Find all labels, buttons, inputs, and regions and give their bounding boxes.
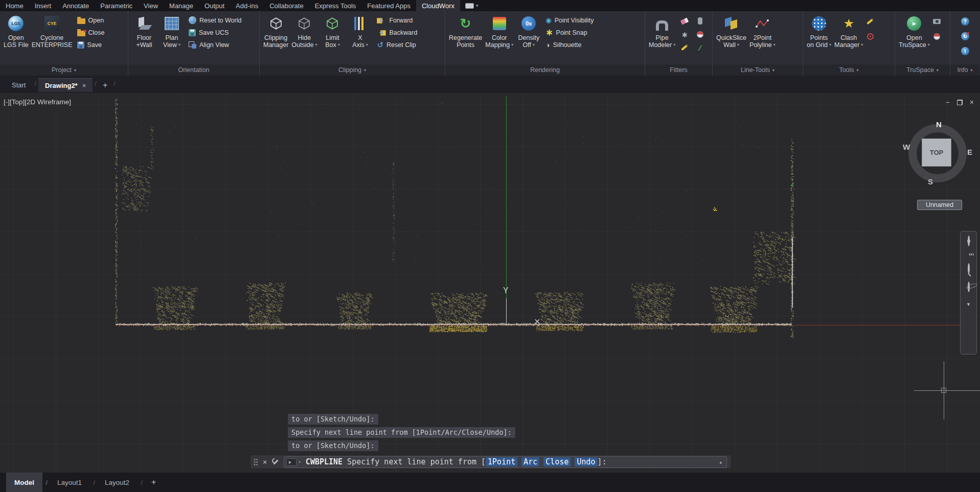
point-visibility-button[interactable]: ◉ Point Visibility	[545, 16, 594, 25]
recent-commands-button[interactable]	[286, 458, 297, 466]
panel-label-tools[interactable]: Tools ▾	[803, 64, 895, 76]
fit-pencil-button[interactable]	[679, 42, 690, 53]
command-input[interactable]: ▾ CWBPLINE Specify next line point from …	[284, 456, 727, 468]
full-navigation-wheel-icon[interactable]	[968, 237, 970, 246]
panel-label-project[interactable]: Project ▾	[0, 64, 128, 76]
floor-wall-button[interactable]: Floor +Wall	[130, 12, 158, 63]
truspace-sync-button[interactable]	[931, 31, 943, 41]
reset-clip-button[interactable]: ↺ Reset Clip	[377, 40, 417, 49]
panel-label-fitters[interactable]: Fitters	[645, 64, 712, 76]
menu-tab[interactable]: Collaborate	[264, 0, 309, 11]
viewcube-west[interactable]: W	[903, 143, 910, 151]
truspace-camera-button[interactable]	[931, 16, 943, 27]
restore-window-icon[interactable]	[957, 100, 963, 105]
two-point-polyline-button[interactable]: 2Point Polyline▾	[748, 12, 777, 63]
menu-tab[interactable]: Annotate	[57, 0, 95, 11]
x-axis-clip-button[interactable]: X Axis▾	[346, 12, 374, 63]
navbar-menu-icon[interactable]: ▾	[967, 301, 970, 308]
file-tab-drawing2[interactable]: Drawing2* ×	[38, 78, 93, 92]
menu-tab[interactable]: Insert	[29, 0, 57, 11]
orbit-icon[interactable]	[968, 283, 970, 292]
viewcube-south[interactable]: S	[928, 177, 933, 186]
panel-label-truspace[interactable]: TruSpace ▾	[895, 64, 950, 76]
clip-forward-button[interactable]: Forward	[377, 16, 417, 25]
align-view-button[interactable]: Align View	[189, 40, 241, 49]
menu-tab[interactable]: Express Tools	[309, 0, 362, 11]
menu-tab[interactable]: Parametric	[95, 0, 138, 11]
clip-backward-button[interactable]: Backward	[377, 28, 417, 37]
layout-tab[interactable]: Model	[6, 473, 42, 492]
limit-box-button[interactable]: Limit Box▾	[318, 12, 346, 63]
command-option-button[interactable]: Close	[543, 457, 571, 466]
annotate-tool-button[interactable]	[864, 16, 876, 27]
menu-tab[interactable]: Output	[199, 0, 230, 11]
viewport-visual-style-control[interactable]: [2D Wireframe]	[25, 98, 71, 106]
panel-label-rendering[interactable]: Rendering	[445, 64, 645, 76]
fit-sphere-button[interactable]	[694, 29, 705, 39]
new-drawing-button[interactable]: +	[99, 78, 111, 92]
panel-label-info[interactable]: Info ▾	[950, 64, 979, 76]
drag-grip-icon[interactable]	[254, 458, 258, 466]
plan-view-button[interactable]: Plan View▾	[158, 12, 186, 63]
help-button[interactable]: ?	[960, 16, 971, 27]
menu-tab[interactable]: View	[138, 0, 164, 11]
layout-tab[interactable]: Layout2	[97, 473, 138, 492]
eraser-tool-button[interactable]	[679, 16, 690, 26]
viewport-view-control[interactable]: [Top]	[10, 98, 25, 106]
point-snap-button[interactable]: ∗ Point Snap	[545, 28, 594, 37]
cyclone-enterprise-button[interactable]: CYE Cyclone ENTERPRISE	[30, 12, 74, 63]
save-project-button[interactable]: Save	[77, 40, 105, 49]
minimize-window-icon[interactable]: −	[946, 98, 950, 106]
open-project-button[interactable]: Open	[77, 16, 105, 25]
clash-manager-button[interactable]: ★ Clash Manager▾	[833, 12, 864, 63]
panel-label-clipping[interactable]: Clipping ▾	[260, 64, 445, 76]
reset-to-world-button[interactable]: Reset to World	[189, 16, 241, 25]
open-lgs-file-button[interactable]: LGS Open LGS File	[2, 12, 30, 63]
density-off-button[interactable]: 0x Density Off▾	[515, 12, 542, 63]
points-on-grid-button[interactable]: Points on Grid▾	[805, 12, 833, 63]
ucs-selector-button[interactable]: Unnamed	[917, 200, 962, 210]
menu-tab[interactable]: Home	[0, 0, 29, 11]
menu-tab[interactable]: Featured Apps	[361, 0, 416, 11]
target-tool-button[interactable]	[864, 31, 876, 41]
panel-label-line-tools[interactable]: Line-Tools ▾	[713, 64, 803, 76]
menu-tab[interactable]: Manage	[164, 0, 199, 11]
command-history-up-icon[interactable]: ▴	[719, 459, 722, 465]
command-option-button[interactable]: Arc	[521, 457, 539, 466]
check-updates-button[interactable]: ↻	[960, 31, 971, 41]
clipping-manager-button[interactable]: Clipping Manager	[262, 12, 290, 63]
zoom-icon[interactable]	[968, 264, 970, 273]
about-button[interactable]: i	[960, 46, 971, 56]
pipe-modeler-button[interactable]: Pipe Modeler▾	[647, 12, 677, 63]
ribbon-display-toggle[interactable]: ▾	[460, 0, 484, 11]
file-tab-start[interactable]: Start	[5, 78, 32, 92]
viewcube-east[interactable]: E	[967, 148, 972, 156]
close-tab-icon[interactable]: ×	[82, 82, 86, 89]
viewcube-north[interactable]: N	[936, 120, 942, 129]
viewcube-top-face[interactable]: TOP	[922, 138, 951, 167]
color-mapping-button[interactable]: Color Mapping▾	[484, 12, 515, 63]
menu-tab[interactable]: CloudWorx	[416, 0, 460, 11]
button-label: LGS File	[4, 41, 29, 49]
silhouette-button[interactable]: ◑ Silhouette	[545, 40, 594, 49]
fit-settings-button[interactable]: ∗	[679, 29, 690, 39]
viewport-menu-control[interactable]: [-]	[4, 98, 10, 106]
new-layout-button[interactable]: +	[147, 478, 160, 487]
layout-tab[interactable]: Layout1	[49, 473, 90, 492]
close-window-icon[interactable]: ×	[970, 98, 974, 106]
customize-wrench-icon[interactable]	[271, 458, 279, 466]
panel-label-orientation[interactable]: Orientation	[128, 64, 259, 76]
close-project-button[interactable]: Close	[77, 28, 105, 37]
model-viewport[interactable]: [-] [Top] [2D Wireframe] − × N W S E TOP…	[0, 92, 980, 473]
fit-line-button[interactable]: ∕	[694, 42, 705, 53]
command-option-button[interactable]: Undo	[575, 457, 597, 466]
menu-tab[interactable]: Add-ins	[230, 0, 264, 11]
open-truspace-button[interactable]: ▶ Open TruSpace▾	[897, 12, 931, 63]
hide-outside-button[interactable]: Hide Outside▾	[290, 12, 318, 63]
command-option-button[interactable]: 1Point	[486, 457, 517, 466]
fit-cylinder-button[interactable]	[694, 16, 705, 26]
save-ucs-button[interactable]: Save UCS	[189, 28, 241, 37]
close-command-icon[interactable]: ×	[263, 458, 267, 466]
regenerate-points-button[interactable]: ↻ Regenerate Points	[447, 12, 484, 63]
quickslice-wall-button[interactable]: QuickSlice Wall▾	[715, 12, 748, 63]
